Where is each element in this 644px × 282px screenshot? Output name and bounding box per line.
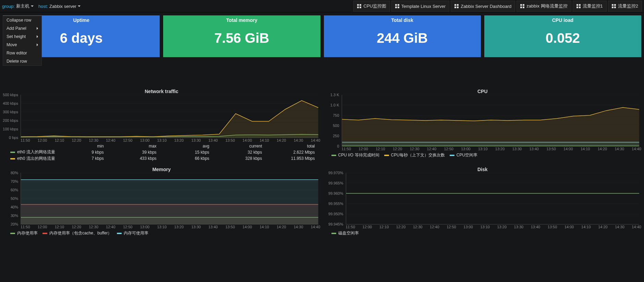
- svg-rect-0: [357, 4, 359, 6]
- plot-disk: 99.970%99.965%99.960%99.955%99.950%99.94…: [346, 173, 640, 225]
- panel-memory[interactable]: Memory 80%70%60%50%40%30%20% 11:5012:001…: [3, 165, 320, 236]
- var-host[interactable]: host: Zabbix server: [38, 4, 81, 9]
- x-axis-label: 14:10: [581, 147, 590, 151]
- x-axis-label: 12:50: [123, 225, 133, 229]
- graph-row-2: Memory 80%70%60%50%40%30%20% 11:5012:001…: [0, 165, 644, 236]
- y-axis-label: 99.945%: [328, 222, 343, 226]
- x-axis-label: 12:10: [379, 225, 389, 229]
- x-axis-label: 12:10: [55, 225, 64, 229]
- legend-item[interactable]: eth0 流出的网络流量: [10, 155, 55, 162]
- y-axis-label: 99.960%: [328, 191, 343, 195]
- legend-value: 7 kbps: [55, 156, 108, 162]
- y-axis-label: 1.0 K: [330, 103, 339, 107]
- x-axis-label: 12:40: [427, 147, 437, 151]
- legend-header: total: [266, 143, 319, 150]
- legend-item[interactable]: eth0 流入的网络流量: [10, 149, 55, 155]
- x-axis-label: 12:20: [396, 225, 406, 229]
- panel-network[interactable]: Network traffic 500 kbps400 kbps300 kbps…: [3, 87, 320, 162]
- x-axis-label: 13:50: [226, 138, 235, 142]
- var-group-label: group:: [2, 4, 15, 9]
- legend-item[interactable]: 内存使用率（包含cache、buffer）: [42, 230, 112, 236]
- legend-value: 9 kbps: [55, 150, 108, 156]
- x-axis-label: 12:10: [55, 138, 64, 142]
- y-axis-label: 50%: [11, 196, 18, 201]
- legend-item[interactable]: CPU每秒（上下文）交换次数: [384, 152, 445, 158]
- legend-item[interactable]: 内存可使用率: [117, 230, 148, 236]
- svg-rect-16: [576, 4, 578, 6]
- stat-value: 6 days: [60, 30, 103, 46]
- topbar: group: 新主机 host: Zabbix server CPU监控图Tem…: [0, 0, 644, 13]
- legend-item[interactable]: CPU空闲率: [450, 152, 477, 158]
- chevron-right-icon: [37, 43, 38, 46]
- y-axis-label: 40%: [11, 205, 18, 209]
- dashboard-link[interactable]: 流量监控1: [573, 1, 607, 12]
- y-axis-label: 750: [333, 113, 339, 117]
- var-group[interactable]: group: 新主机: [2, 3, 34, 9]
- x-axis-label: 13:20: [174, 138, 184, 142]
- menu-delete-row[interactable]: Delete row: [3, 57, 41, 65]
- legend-value: 433 kbps: [108, 156, 161, 162]
- legend-item[interactable]: 磁盘空闲率: [331, 230, 359, 236]
- panel-title: Memory: [3, 165, 320, 173]
- legend-value: 32 kbps: [214, 150, 266, 156]
- grid-icon: [357, 4, 361, 8]
- dashboard-link[interactable]: CPU监控图: [353, 1, 390, 12]
- dashboard-links: CPU监控图Template Linux ServerZabbix Server…: [352, 1, 642, 12]
- x-axis-label: 14:40: [311, 138, 320, 142]
- y-axis-label: 0 bps: [9, 136, 18, 140]
- svg-rect-6: [395, 7, 397, 8]
- x-axis-label: 14:20: [598, 225, 608, 229]
- plot-cpu: 1.3 K1.0 K7505002500: [342, 95, 640, 146]
- stat-value: 0.052: [546, 30, 580, 46]
- stat-cpu-load[interactable]: CPU ioad 0.052: [484, 15, 641, 57]
- y-axis-label: 60%: [11, 188, 18, 192]
- legend-header: avg: [161, 143, 214, 150]
- svg-rect-10: [454, 7, 456, 8]
- y-axis-label: 20%: [11, 222, 18, 226]
- legend-label: 内存使用率（包含cache、buffer）: [49, 230, 112, 236]
- dashboard-link[interactable]: zabbix 网络流量监控: [517, 1, 571, 12]
- x-axis-label: 14:40: [311, 225, 320, 229]
- x-axis-label: 12:00: [363, 225, 372, 229]
- chevron-right-icon: [37, 35, 38, 38]
- panel-disk[interactable]: Disk 99.970%99.965%99.960%99.955%99.950%…: [324, 165, 642, 236]
- x-axis-label: 14:00: [563, 147, 573, 151]
- y-axis-label: 99.970%: [328, 171, 343, 175]
- menu-collapse-row[interactable]: Collapse row: [3, 16, 41, 24]
- y-axis-label: 0: [337, 144, 339, 148]
- dashboard-link[interactable]: Zabbix Server Dashboard: [451, 1, 515, 12]
- plot-memory: 80%70%60%50%40%30%20%: [21, 173, 318, 225]
- y-axis-label: 70%: [11, 179, 18, 183]
- legend-header: max: [108, 143, 161, 150]
- legend-item[interactable]: 内存使用率: [10, 230, 38, 236]
- dashboard-link-label: 流量监控1: [583, 3, 603, 9]
- svg-rect-11: [457, 7, 459, 8]
- dashboard-link[interactable]: 流量监控2: [608, 1, 642, 12]
- legend-item[interactable]: CPU I/O 等待完成时间: [331, 152, 379, 158]
- menu-set-height[interactable]: Set height: [3, 33, 41, 41]
- legend-swatch: [117, 233, 122, 234]
- x-axis-label: 12:00: [38, 225, 47, 229]
- menu-add-panel[interactable]: Add Panel: [3, 24, 41, 33]
- x-axis-label: 13:00: [140, 225, 150, 229]
- x-axis-label: 13:50: [546, 147, 556, 151]
- legend-network: eth0 流入的网络流量eth0 流出的网络流量 minmaxavgcurren…: [3, 142, 320, 162]
- y-axis-label: 500: [333, 124, 339, 128]
- x-axis-label: 12:00: [38, 138, 47, 142]
- menu-move[interactable]: Move: [3, 41, 41, 49]
- legend-header: min: [55, 143, 108, 150]
- menu-row-editor[interactable]: Row editor: [3, 49, 41, 57]
- x-axis-label: 13:40: [529, 147, 539, 151]
- stat-total-memory[interactable]: Total memory 7.56 GiB: [163, 15, 320, 57]
- x-axis-label: 14:30: [294, 138, 303, 142]
- dashboard-link[interactable]: Template Linux Server: [391, 1, 449, 12]
- x-axis-label: 12:50: [123, 138, 133, 142]
- legend-swatch: [10, 158, 15, 159]
- svg-rect-1: [360, 4, 361, 6]
- x-axis-label: 11:50: [21, 138, 30, 142]
- stat-total-disk[interactable]: Total disk 244 GiB: [324, 15, 481, 57]
- panel-cpu[interactable]: CPU 1.3 K1.0 K7505002500 11:5012:0012:10…: [324, 87, 642, 162]
- chevron-down-icon: [78, 5, 81, 7]
- stat-title: CPU ioad: [552, 17, 573, 23]
- grid-icon: [454, 4, 459, 8]
